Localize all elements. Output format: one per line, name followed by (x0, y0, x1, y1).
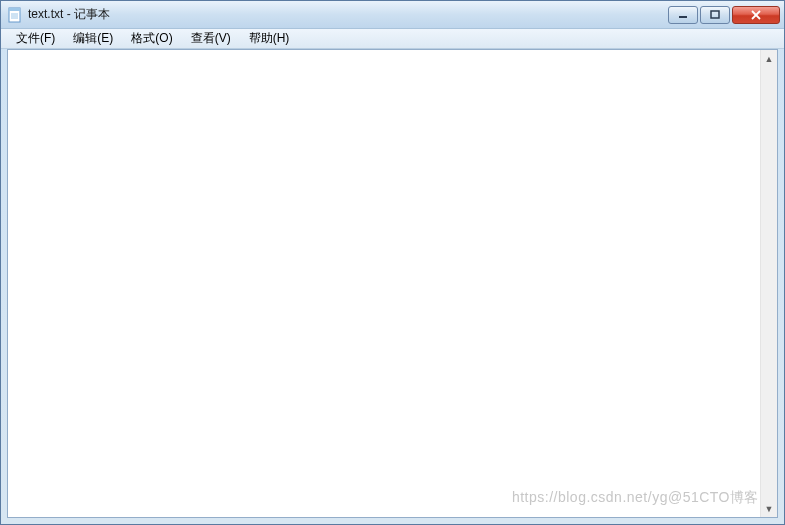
window-controls (668, 6, 780, 24)
svg-rect-5 (679, 16, 687, 18)
notepad-window: text.txt - 记事本 文件(F) 编辑(E) 格式(O) 查看(V) 帮… (0, 0, 785, 525)
notepad-icon (7, 7, 23, 23)
menu-view[interactable]: 查看(V) (182, 28, 240, 49)
close-button[interactable] (732, 6, 780, 24)
menu-format[interactable]: 格式(O) (122, 28, 181, 49)
scroll-up-arrow-icon[interactable]: ▲ (761, 50, 777, 67)
scroll-track[interactable] (761, 67, 777, 500)
menu-file[interactable]: 文件(F) (7, 28, 64, 49)
svg-rect-6 (711, 11, 719, 18)
maximize-button[interactable] (700, 6, 730, 24)
maximize-icon (710, 10, 720, 20)
window-title: text.txt - 记事本 (28, 6, 668, 23)
editor-frame: ▲ ▼ https://blog.csdn.net/yg@51CTO博客 (7, 49, 778, 518)
close-icon (750, 10, 762, 20)
vertical-scrollbar[interactable]: ▲ ▼ (760, 50, 777, 517)
menu-help[interactable]: 帮助(H) (240, 28, 299, 49)
text-editor[interactable] (8, 50, 760, 517)
minimize-button[interactable] (668, 6, 698, 24)
svg-rect-1 (9, 8, 20, 11)
titlebar[interactable]: text.txt - 记事本 (1, 1, 784, 29)
scroll-down-arrow-icon[interactable]: ▼ (761, 500, 777, 517)
minimize-icon (678, 10, 688, 20)
menubar: 文件(F) 编辑(E) 格式(O) 查看(V) 帮助(H) (1, 29, 784, 49)
content-area: ▲ ▼ https://blog.csdn.net/yg@51CTO博客 (1, 49, 784, 524)
menu-edit[interactable]: 编辑(E) (64, 28, 122, 49)
